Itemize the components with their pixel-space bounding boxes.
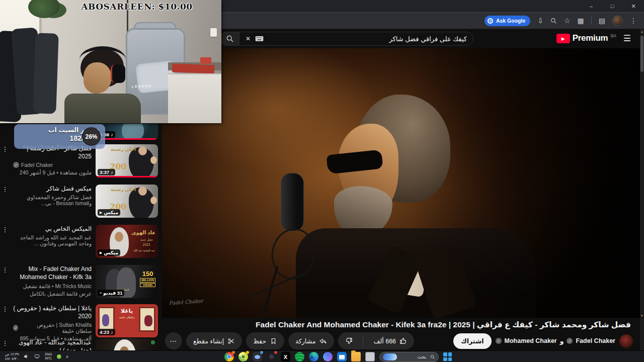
video-title[interactable]: عبدالمجيد عبدالله - عاد الهوى (حفل جدة )… (13, 338, 92, 350)
minimize-button[interactable]: – (581, 0, 602, 12)
save-button[interactable]: حفظ (246, 332, 284, 349)
share-button[interactable]: مشاركة (288, 332, 334, 349)
desktop-app-icon[interactable] (365, 352, 375, 361)
side-panel-icon[interactable]: ▤ (599, 17, 605, 24)
discord-icon[interactable] (253, 352, 262, 361)
scroll-down-arrow[interactable]: ▼ (640, 314, 644, 317)
video-thumbnail[interactable]: 150 MILLION VIEWS فضل و محمد ≡31 فيديو (96, 265, 158, 298)
create-clip-button[interactable]: إنشاء مقطع (186, 332, 242, 349)
thumbnail-art-text: 2023 (143, 243, 150, 246)
save-label: حفظ (253, 337, 266, 345)
playlist-count-badge: 31 فيديو (103, 290, 122, 296)
youtube-premium-logo[interactable]: ▶ Premium SA (556, 33, 616, 43)
restore-button[interactable]: □ (602, 0, 623, 12)
video-thumbnail[interactable]: ياغلا سلطان خليفه 4:23♪ (96, 304, 158, 337)
item-menu-icon[interactable]: ⋮ (1, 225, 9, 258)
verified-badge-icon: ✓ (13, 162, 19, 168)
download-icon[interactable]: ⇩ (537, 17, 543, 24)
zoom-icon[interactable] (550, 18, 557, 24)
scrollbar-thumb[interactable] (640, 36, 643, 72)
video-thumbnail[interactable]: أحلى رسمة 200 3:37♪ (96, 144, 158, 177)
related-video-item[interactable]: ياغلا سلطان خليفه 4:23♪ ياغلا | سلطان خل… (1, 304, 158, 341)
channel-owners: ✓ Mohamed Chaker و ✓ Fadel Chaker (496, 337, 616, 345)
related-video-item[interactable]: 150 MILLION VIEWS فضل و محمد ≡31 فيديو M… (1, 265, 158, 298)
video-subtitle: فضل شاكر وحمزة المحمداوي وBessan Ismail … (13, 194, 92, 206)
video-meta: 240 مليون مشاهدة • قبل 9 أشهر (13, 169, 92, 175)
search-button[interactable] (220, 32, 239, 46)
channel-name[interactable]: Fadel Chaker (21, 162, 53, 168)
copilot-icon[interactable] (323, 352, 333, 361)
chrome-icon[interactable] (224, 352, 234, 361)
video-subtitle: عبد المجيد عبد الله وراشد الماجد وماجد ا… (13, 234, 92, 246)
video-title[interactable]: ميكس فضل شاكر (13, 185, 92, 193)
chair-brand-text: LEADER (132, 84, 152, 88)
browser-profile-avatar[interactable] (612, 16, 623, 26)
video-player[interactable]: Fadel Chaker (161, 48, 640, 318)
guide-hamburger-icon[interactable]: ☰ (623, 33, 631, 44)
tray-overflow-chevron[interactable]: ∧ (66, 354, 69, 359)
item-menu-icon[interactable]: ⋮ (1, 144, 9, 177)
file-explorer-icon[interactable] (351, 352, 361, 361)
tray-app-icon[interactable] (57, 354, 61, 359)
more-actions-button[interactable]: ⋯ (165, 332, 182, 349)
search-highlight-image (383, 353, 397, 360)
close-button[interactable]: ✕ (623, 0, 644, 12)
chrome-profile-icon[interactable] (238, 352, 248, 361)
item-menu-icon[interactable]: ⋮ (1, 185, 9, 218)
video-thumbnail[interactable]: عاد الهوى حفل جدة 2023 عبد المجيد عبد ال… (96, 225, 158, 258)
microsoft-store-icon[interactable] (337, 352, 347, 361)
search-input[interactable]: ✕ كيفك على فراقي فضل شاكر (239, 32, 473, 46)
x-twitter-icon[interactable]: X (281, 352, 290, 361)
video-title: Fadel Chaker And Mohamed Chaker - Kifek … (166, 320, 631, 329)
white-cabinet (168, 73, 221, 123)
scroll-up-arrow[interactable]: ▲ (640, 30, 644, 33)
network-icon[interactable] (34, 353, 40, 359)
volume-icon[interactable] (23, 353, 29, 359)
taskbar-search-label: بحث (401, 354, 426, 359)
channel-name-fadel[interactable]: Fadel Chaker (576, 337, 615, 344)
taskbar-search-box[interactable]: بحث (379, 352, 439, 362)
scissors-icon (227, 337, 235, 345)
watch-progress-bar (96, 176, 158, 177)
like-button[interactable]: 666 ألف (367, 332, 414, 349)
edge-icon[interactable] (309, 352, 318, 361)
channel-name-mohamed[interactable]: Mohamed Chaker (505, 337, 557, 344)
search-icon (226, 35, 234, 43)
page-scrollbar[interactable]: ▲ ▼ (640, 29, 644, 350)
duration-badge: 3:37 (100, 169, 109, 175)
light-switch (210, 28, 217, 37)
language-indicator[interactable]: ENG INTL (45, 352, 52, 360)
browser-menu-icon[interactable]: ⋮ (630, 17, 637, 24)
taskbar-clock[interactable]: ١٢:٣٩ ص ٤٧/٠٧/٣٠ (5, 352, 19, 361)
item-menu-icon[interactable]: ⋮ (1, 265, 9, 298)
video-title[interactable]: ياغلا | سلطان خليفه ( حقروص ) 2020 (13, 304, 92, 320)
ask-google-button[interactable]: Ask Google (485, 16, 530, 26)
language-line2: INTL (45, 356, 52, 360)
keyboard-icon[interactable] (255, 36, 264, 42)
related-video-item[interactable]: أحلى رسمة 200 ▶ميكس ميكس فضل شاكر فضل شا… (1, 185, 158, 218)
channel-name[interactable]: Sultan Khalifa | حقروص سلطان خليفة (20, 322, 92, 334)
channel-name[interactable]: Mr.Tricks Music • قائمة تشغيل (13, 283, 92, 289)
video-title[interactable]: Mix - Fadel Chaker And Mohamed Chaker - … (13, 265, 92, 282)
view-full-playlist-link[interactable]: عرض قائمة التشغيل بالكامل (13, 291, 92, 297)
windows-start-button[interactable] (443, 352, 452, 361)
video-title[interactable]: الميكس الخاص بي (13, 225, 92, 233)
related-video-item[interactable]: عاد الهوى حفل جدة 2023 عبد المجيد عبد ال… (1, 225, 158, 258)
video-thumbnail[interactable] (96, 338, 158, 350)
bookmark-star-icon[interactable]: ☆ (564, 17, 571, 24)
item-menu-icon[interactable]: ⋮ (1, 338, 9, 350)
channel-avatar[interactable] (619, 334, 633, 348)
subscribe-button[interactable]: اشتراك (453, 333, 491, 349)
related-video-item[interactable]: عبدالمجيد عبدالله - عاد الهوى (حفل جدة )… (1, 338, 158, 350)
clear-search-icon[interactable]: ✕ (246, 35, 251, 42)
thumbnail-face (138, 187, 147, 196)
thumbnail-figure (122, 124, 144, 140)
dislike-button[interactable] (338, 332, 359, 349)
spotify-icon[interactable] (295, 352, 304, 361)
extensions-icon[interactable]: ▦ (578, 17, 584, 24)
thumbnail-art-text: 150 MILLION VIEWS (140, 270, 155, 287)
streaming-app-icon[interactable] (267, 352, 276, 361)
video-thumbnail[interactable]: أحلى رسمة 200 ▶ميكس (96, 185, 158, 218)
item-menu-icon[interactable]: ⋮ (1, 304, 9, 341)
search-query-text[interactable]: كيفك على فراقي فضل شاكر (268, 35, 467, 43)
